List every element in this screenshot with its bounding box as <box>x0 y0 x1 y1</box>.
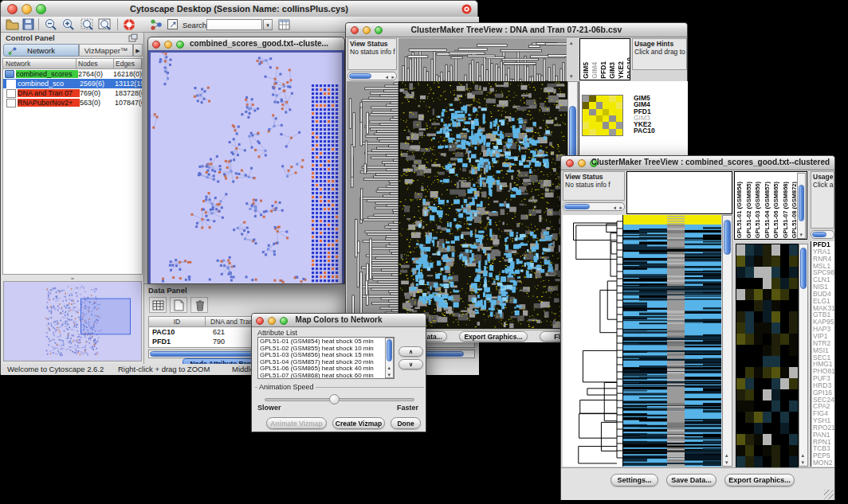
search-input[interactable] <box>206 19 262 30</box>
column-label[interactable]: GPL51-02 (GSM855) <box>745 182 754 238</box>
tv1-dendro-scroll-strip[interactable]: ▴ ▾ <box>567 38 578 80</box>
gene-label[interactable]: TCB3 <box>813 445 834 452</box>
zoom-in-icon[interactable] <box>62 18 75 31</box>
treeview-combined-titlebar[interactable]: ClusterMaker TreeView : combined_scores_… <box>561 156 834 170</box>
network-table-row[interactable]: DNA and Tran 07 769(0) 183728(0) <box>3 88 142 98</box>
help-lifering-icon[interactable] <box>123 18 135 31</box>
zoom-selected-icon[interactable] <box>80 18 94 31</box>
scroll-down-icon[interactable]: ▾ <box>725 459 728 465</box>
scroll-down-icon[interactable]: ▾ <box>800 232 803 237</box>
create-vizmap-button[interactable]: Create Vizmap <box>332 417 385 429</box>
attribute-item[interactable]: GPL51-04 (GSM857) heat shock 20 min <box>260 359 379 366</box>
tv2-labels-vscrollbar[interactable]: ▾ <box>797 173 806 239</box>
new-attribute-button[interactable] <box>170 297 187 313</box>
tv2-zoom-vscrollbar[interactable]: ▴ ▾ <box>799 244 808 467</box>
id-column-header[interactable]: ID <box>149 317 206 327</box>
column-label[interactable]: GPL51-06 (GSM865) <box>772 182 781 238</box>
settings-button[interactable]: Settings... <box>610 474 658 486</box>
search-dropdown-icon[interactable]: ▾ <box>263 19 273 30</box>
attribute-table-icon[interactable] <box>278 18 291 31</box>
tv2-heatmap[interactable] <box>622 215 721 467</box>
gene-label[interactable]: PFD1 <box>813 241 834 248</box>
attribute-item[interactable]: GPL51-01 (GSM854) heat shock 05 min <box>260 338 379 346</box>
gene-label[interactable]: PAN1 <box>813 432 834 439</box>
network-table-row[interactable]: RNAPuberNov2+ 563(0) 107847(0) <box>3 98 142 107</box>
birds-eye-view[interactable] <box>3 281 142 361</box>
gene-label[interactable]: KAP95 <box>813 318 834 326</box>
network-table-row[interactable]: combined_sco 2569(6) 13112(15) <box>3 79 142 88</box>
minimize-icon[interactable] <box>578 159 586 167</box>
move-up-button[interactable]: ∧ <box>398 346 423 357</box>
gene-label[interactable]: YSH1 <box>813 417 834 424</box>
gene-label[interactable]: GTB1 <box>813 311 834 318</box>
row-label[interactable]: PAC10 <box>634 127 655 134</box>
scroll-right-icon[interactable]: ▸ <box>619 205 622 210</box>
gene-label[interactable]: HAP3 <box>813 326 834 333</box>
export-graphics-button[interactable]: Export Graphics... <box>459 331 528 342</box>
column-label[interactable]: YKE2 <box>617 61 625 79</box>
tv1-heatmap[interactable] <box>398 81 567 329</box>
column-label[interactable]: GIM4 <box>591 62 599 79</box>
scroll-up-icon[interactable]: ▴ <box>725 452 728 458</box>
gene-label[interactable]: YRA1 <box>813 248 834 256</box>
attribute-item[interactable]: GPL51-06 (GSM865) heat shock 40 min <box>260 365 379 373</box>
gene-label[interactable]: HRD3 <box>813 382 834 389</box>
gene-label[interactable]: FIG4 <box>813 410 834 417</box>
speed-slider-thumb[interactable] <box>329 394 340 404</box>
gene-label[interactable]: NTR2 <box>813 340 834 347</box>
float-panel-icon[interactable] <box>128 33 138 42</box>
tv2-vscrollbar[interactable]: ▴ ▾ <box>722 215 732 467</box>
scroll-up-icon[interactable]: ▴ <box>570 40 573 45</box>
network-canvas[interactable] <box>151 53 342 283</box>
gene-label[interactable]: BUD4 <box>813 291 834 298</box>
gene-label[interactable]: SPC98 <box>813 269 834 276</box>
treeview-dna-titlebar[interactable]: ClusterMaker TreeView : DNA and Tran 07-… <box>346 23 687 37</box>
save-icon[interactable] <box>22 18 34 30</box>
animate-vizmap-button[interactable]: Animate Vizmap <box>266 417 327 429</box>
tab-vizmapper[interactable]: VizMapper™ <box>79 44 133 57</box>
column-label[interactable]: PAC10 <box>626 57 630 79</box>
speed-slider-track[interactable] <box>265 398 414 401</box>
annotation-icon[interactable] <box>167 18 179 31</box>
gene-label[interactable]: VIP1 <box>813 333 834 340</box>
column-label[interactable]: GIM3 <box>608 62 616 79</box>
gene-label[interactable]: MAK31 <box>813 305 834 312</box>
scroll-left-icon[interactable]: ◂ <box>613 205 616 210</box>
tv1-zoom-heatmap[interactable] <box>582 95 623 136</box>
zoom-out-icon[interactable] <box>45 18 57 31</box>
panel-splitter[interactable] <box>2 276 143 280</box>
gene-label[interactable]: HMG1 <box>813 361 834 368</box>
move-down-button[interactable]: ∨ <box>398 359 423 369</box>
minimize-icon[interactable] <box>164 41 172 49</box>
resize-grip[interactable] <box>824 490 834 499</box>
birds-eye-canvas[interactable] <box>4 282 141 361</box>
gene-label[interactable]: MSI1 <box>813 347 834 354</box>
main-titlebar[interactable]: Cytoscape Desktop (Session Name: collins… <box>1 1 477 18</box>
attribute-item[interactable]: GPL51-07 (GSM868) heat shock 60 min <box>260 373 379 379</box>
column-label[interactable]: GPL51-04 (GSM857) <box>764 182 772 238</box>
network-table-row[interactable]: combined_scores 2764(0) 16218(0) <box>3 69 142 79</box>
tv2-row-dendrogram[interactable] <box>563 215 622 467</box>
scroll-up-icon[interactable]: ▴ <box>802 452 805 458</box>
export-graphics-button[interactable]: Export Graphics... <box>724 474 795 486</box>
gene-label[interactable]: RPN1 <box>813 439 834 446</box>
gene-label[interactable]: RPO21 <box>813 424 834 432</box>
attribute-item[interactable]: GPL51-02 (GSM855) heat shock 10 min <box>260 346 379 353</box>
scroll-right-icon[interactable]: ▸ <box>391 74 395 80</box>
column-label[interactable]: PFD1 <box>599 61 607 79</box>
close-icon[interactable] <box>566 159 574 167</box>
gene-label[interactable]: SEC1 <box>813 354 834 361</box>
tv1-status-hscrollbar[interactable]: ◂ ▸ <box>347 72 397 80</box>
scroll-down-icon[interactable]: ▾ <box>570 73 573 79</box>
gene-label[interactable]: CLN1 <box>813 276 834 283</box>
tv2-hints-hscrollbar[interactable] <box>811 230 834 239</box>
gene-label[interactable]: GPI16 <box>813 389 834 397</box>
tv2-column-dendrogram[interactable] <box>626 171 732 214</box>
tv2-status-hscrollbar[interactable]: ◂ ▸ <box>563 202 625 211</box>
col-network[interactable]: Network <box>3 59 77 69</box>
save-data-button[interactable]: Save Data... <box>666 474 716 486</box>
column-label[interactable]: GPL51-07 (GSM868) <box>782 182 791 238</box>
delete-attribute-button[interactable] <box>190 297 208 313</box>
gene-label[interactable]: SEC24 <box>813 397 834 404</box>
tab-network[interactable]: Network <box>3 44 79 57</box>
